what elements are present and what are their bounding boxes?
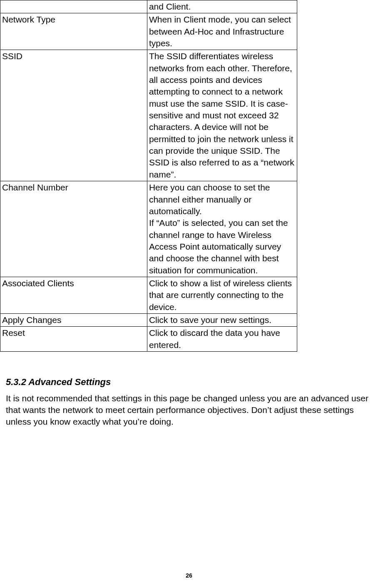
page-container: and Client. Network Type When in Client …	[0, 0, 378, 588]
param-desc-cell: Click to show a list of wireless clients…	[147, 277, 297, 313]
table-row: and Client.	[0, 0, 297, 13]
table-row: Network Type When in Client mode, you ca…	[0, 13, 297, 50]
table-row: Apply Changes Click to save your new set…	[0, 313, 297, 326]
table-row: SSID The SSID differentiates wireless ne…	[0, 50, 297, 181]
table-row: Associated Clients Click to show a list …	[0, 277, 297, 313]
section-paragraph: It is not recommended that settings in t…	[6, 393, 372, 428]
param-desc-cell: Here you can choose to set the channel e…	[147, 181, 297, 277]
param-name-cell	[0, 0, 147, 13]
param-desc-cell: The SSID differentiates wireless network…	[147, 50, 297, 181]
definitions-table: and Client. Network Type When in Client …	[0, 0, 297, 352]
param-desc-cell: When in Client mode, you can select betw…	[147, 13, 297, 50]
param-name-cell: Reset	[0, 327, 147, 352]
table-row: Channel Number Here you can choose to se…	[0, 181, 297, 277]
param-name-cell: Associated Clients	[0, 277, 147, 313]
param-name-cell: SSID	[0, 50, 147, 181]
param-desc-cell: Click to discard the data you have enter…	[147, 327, 297, 352]
param-name-cell: Apply Changes	[0, 313, 147, 326]
param-name-cell: Channel Number	[0, 181, 147, 277]
page-number: 26	[0, 572, 378, 580]
table-row: Reset Click to discard the data you have…	[0, 327, 297, 352]
section-heading: 5.3.2 Advanced Settings	[6, 376, 372, 388]
param-name-cell: Network Type	[0, 13, 147, 50]
param-desc-cell: and Client.	[147, 0, 297, 13]
param-desc-cell: Click to save your new settings.	[147, 313, 297, 326]
